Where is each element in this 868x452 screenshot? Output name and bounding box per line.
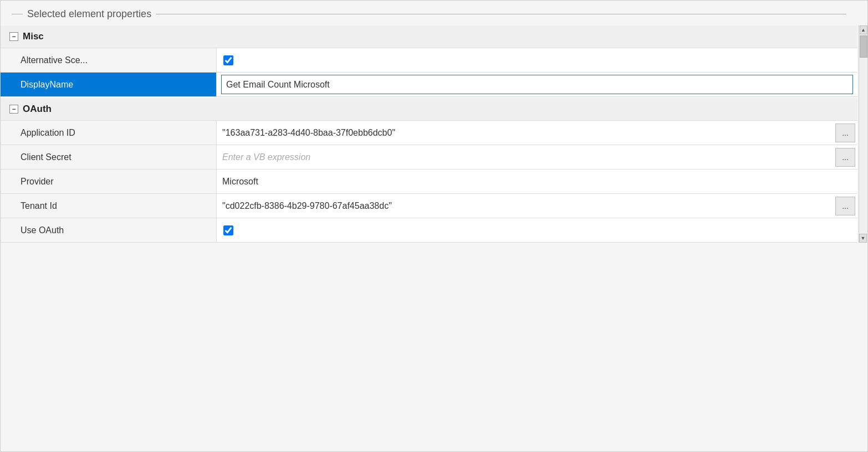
- client-secret-label: Client Secret: [1, 145, 217, 169]
- use-oauth-value-cell: [217, 218, 857, 242]
- client-secret-value-cell: Enter a VB expression ...: [217, 145, 857, 169]
- tenant-id-row: Tenant Id "cd022cfb-8386-4b29-9780-67af4…: [1, 194, 857, 218]
- application-id-row: Application ID "163aa731-a283-4d40-8baa-…: [1, 121, 857, 145]
- display-name-value-cell: [217, 73, 857, 96]
- alternative-scene-checkbox[interactable]: [223, 55, 233, 65]
- provider-label: Provider: [1, 170, 217, 193]
- misc-section-title: Misc: [23, 31, 44, 42]
- alternative-scene-checkbox-cell: [222, 54, 234, 66]
- scroll-up-arrow[interactable]: ▲: [860, 25, 867, 34]
- oauth-collapse-icon[interactable]: −: [9, 105, 18, 114]
- oauth-section-header: − OAuth: [1, 98, 857, 121]
- alternative-scene-row: Alternative Sce...: [1, 48, 857, 73]
- oauth-section-title: OAuth: [23, 104, 52, 115]
- use-oauth-checkbox[interactable]: [223, 225, 233, 235]
- client-secret-row: Client Secret Enter a VB expression ...: [1, 145, 857, 170]
- provider-value-cell: Microsoft: [217, 170, 857, 193]
- client-secret-placeholder: Enter a VB expression: [222, 152, 833, 162]
- scroll-down-arrow[interactable]: ▼: [859, 234, 867, 243]
- panel-title: Selected element properties: [23, 8, 156, 20]
- tenant-id-value: "cd022cfb-8386-4b29-9780-67af45aa38dc": [222, 201, 833, 211]
- alternative-scene-label: Alternative Sce...: [1, 48, 217, 72]
- alternative-scene-value: [217, 48, 857, 72]
- content-area: − Misc Alternative Sce... DisplayName: [1, 25, 867, 243]
- use-oauth-label: Use OAuth: [1, 218, 217, 242]
- provider-row: Provider Microsoft: [1, 170, 857, 194]
- use-oauth-row: Use OAuth: [1, 218, 857, 243]
- display-name-label: DisplayName: [1, 73, 217, 96]
- application-id-value: "163aa731-a283-4d40-8baa-37f0ebb6dcb0": [222, 128, 833, 138]
- tenant-id-value-cell: "cd022cfb-8386-4b29-9780-67af45aa38dc" .…: [217, 194, 857, 218]
- misc-section-header: − Misc: [1, 25, 857, 48]
- tenant-id-btn[interactable]: ...: [835, 197, 855, 215]
- display-name-input[interactable]: [221, 75, 853, 94]
- use-oauth-checkbox-cell: [222, 224, 234, 237]
- client-secret-btn[interactable]: ...: [835, 148, 855, 167]
- scrollbar-thumb[interactable]: [860, 35, 867, 58]
- application-id-label: Application ID: [1, 121, 217, 145]
- tenant-id-label: Tenant Id: [1, 194, 217, 218]
- misc-collapse-icon[interactable]: −: [9, 32, 18, 41]
- properties-panel: Selected element properties − Misc Alter…: [0, 0, 868, 452]
- display-name-row: DisplayName: [1, 73, 857, 97]
- provider-value: Microsoft: [222, 177, 258, 187]
- scrollbar: ▲ ▼: [859, 25, 867, 243]
- application-id-btn[interactable]: ...: [835, 124, 855, 142]
- application-id-value-cell: "163aa731-a283-4d40-8baa-37f0ebb6dcb0" .…: [217, 121, 857, 145]
